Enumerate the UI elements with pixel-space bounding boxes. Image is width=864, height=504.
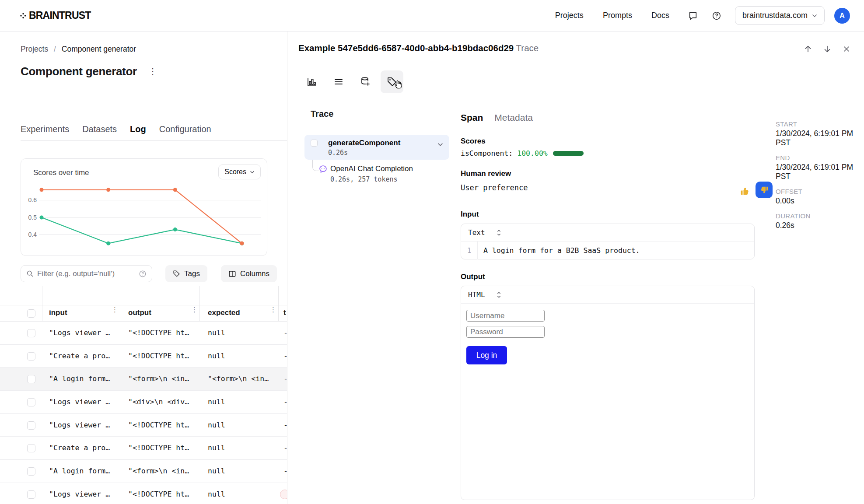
column-menu-icon[interactable]: ⋮ [270,308,272,311]
table-row[interactable]: "Create a pro…"<!DOCTYPE ht…null- [0,345,287,368]
span-name: generateComponent [328,139,400,147]
table-row[interactable]: "A login form…"<form>\n <in…"<form>\n <i… [0,368,287,391]
select-all-checkbox[interactable] [27,309,35,318]
row-checkbox[interactable] [27,467,35,476]
child-span-meta: 0.26s, 257 tokens [330,175,398,183]
select-chevrons-icon[interactable] [497,229,501,236]
child-span-name[interactable]: OpenAI Chat Completion [330,164,413,173]
input-card: Text 1 A login form for a B2B SaaS produ… [461,224,755,259]
output-html-preview: Log in [461,304,754,364]
table-cell: - [283,421,287,429]
braintrust-logo[interactable]: BRAINTRUST [19,10,91,21]
tab-datasets[interactable]: Datasets [82,124,117,134]
org-name: braintrustdata.com [742,11,808,20]
table-cell: "<!DOCTYPE ht… [128,490,197,498]
table-row[interactable]: "Logs viewer …"<!DOCTYPE ht…null [0,483,287,504]
nav-link-prompts[interactable]: Prompts [603,11,632,20]
chevron-down-icon [812,14,817,18]
meta-start: START1/30/2024, 6:19:01 PM PST [776,120,863,147]
filter-input[interactable] [37,270,135,278]
database-plus-icon [360,77,371,87]
column-menu-icon[interactable]: ⋮ [191,308,193,311]
table-row[interactable]: "Logs viewer …"<div>\n <div…null- [0,391,287,414]
table-cell: null [208,398,277,406]
row-checkbox[interactable] [27,444,35,452]
input-value[interactable]: A login form for a B2B SaaS product. [483,246,640,255]
divider [21,140,287,141]
scores-line-chart: 0.40.50.6 [27,182,262,254]
row-checkbox[interactable] [27,490,35,499]
select-chevrons-icon[interactable] [497,291,501,298]
row-checkbox[interactable] [27,352,35,360]
user-preference-label: User preference [461,183,528,192]
tab-experiments[interactable]: Experiments [21,124,69,134]
column-header-t[interactable]: t [283,308,286,317]
nav-link-projects[interactable]: Projects [555,11,584,20]
search-icon [26,270,34,277]
row-checkbox[interactable] [27,375,35,383]
output-heading: Output [461,273,485,281]
meta-duration: DURATION0.26s [776,212,863,230]
span-tab-span[interactable]: Span [461,112,483,123]
column-header-input[interactable]: input [49,308,67,317]
tab-log[interactable]: Log [130,124,146,134]
next-row-icon[interactable] [821,43,833,55]
filter-box[interactable] [21,265,152,282]
filter-help-icon[interactable] [139,270,147,278]
breadcrumb-current[interactable]: Component generator [62,45,136,53]
project-menu-button[interactable]: ⋮ [148,70,151,73]
table-cell: null [208,329,277,337]
table-cell: "<!DOCTYPE ht… [128,444,197,452]
nav-link-docs[interactable]: Docs [651,11,669,20]
trace-span-root[interactable]: generateComponent 0.26s [304,135,449,160]
line-number: 1 [461,242,478,259]
list-view-button[interactable] [327,70,350,93]
thumbs-up-icon[interactable] [740,186,750,196]
table-row[interactable]: "Create a pro…"<!DOCTYPE ht…null- [0,437,287,460]
tags-button[interactable]: Tags [165,265,207,282]
breadcrumb-separator: / [54,45,56,53]
bar-chart-icon [307,77,317,87]
output-type-select[interactable]: HTML [468,290,485,299]
tab-configuration[interactable]: Configuration [159,124,211,134]
row-checkbox[interactable] [27,421,35,430]
score-row: isComponent: 100.00% [461,149,584,158]
project-tabs: ExperimentsDatasetsLogConfiguration [21,124,211,134]
span-tab-metadata[interactable]: Metadata [494,112,533,123]
column-header-expected[interactable]: expected [208,308,240,317]
table-row[interactable]: "Logs viewer …"<!DOCTYPE ht…null- [0,414,287,437]
table-row[interactable]: "Logs viewer …"<!DOCTYPE ht…null- [0,322,287,345]
table-row[interactable]: "A login form…"<form>\n <in…null- [0,460,287,483]
row-checkbox[interactable] [27,329,35,337]
preview-password-input[interactable] [466,326,545,338]
help-icon[interactable] [710,10,723,22]
chart-view-button[interactable] [301,70,323,93]
previous-row-icon[interactable] [802,43,814,55]
human-review-heading: Human review [461,169,511,178]
feedback-chat-icon[interactable] [687,10,699,22]
preview-login-button[interactable]: Log in [466,346,507,364]
chevron-down-icon[interactable] [437,143,443,147]
braintrust-logo-icon [19,12,26,19]
scores-dropdown[interactable]: Scores [218,164,261,179]
chevron-down-icon [250,171,255,174]
thumbs-down-button[interactable] [756,182,773,198]
row-checkbox[interactable] [27,398,35,406]
breadcrumb-projects[interactable]: Projects [21,45,48,53]
span-checkbox[interactable] [311,140,318,147]
table-cell: "A login form… [49,374,118,383]
column-menu-icon[interactable]: ⋮ [112,308,114,311]
close-icon[interactable] [840,43,853,55]
tag-icon [173,270,180,277]
org-switcher[interactable]: braintrustdata.com [735,6,825,25]
column-header-output[interactable]: output [128,308,151,317]
columns-button[interactable]: Columns [221,265,277,282]
columns-icon [228,270,236,278]
tags-tool-button[interactable] [381,70,403,93]
avatar[interactable]: A [834,8,850,24]
input-type-select[interactable]: Text [468,228,485,237]
table-header: input ⋮ output ⋮ expected ⋮ t [0,286,287,322]
add-to-dataset-button[interactable] [354,70,377,93]
breadcrumb: Projects / Component generator [21,45,136,54]
preview-username-input[interactable] [466,310,545,322]
